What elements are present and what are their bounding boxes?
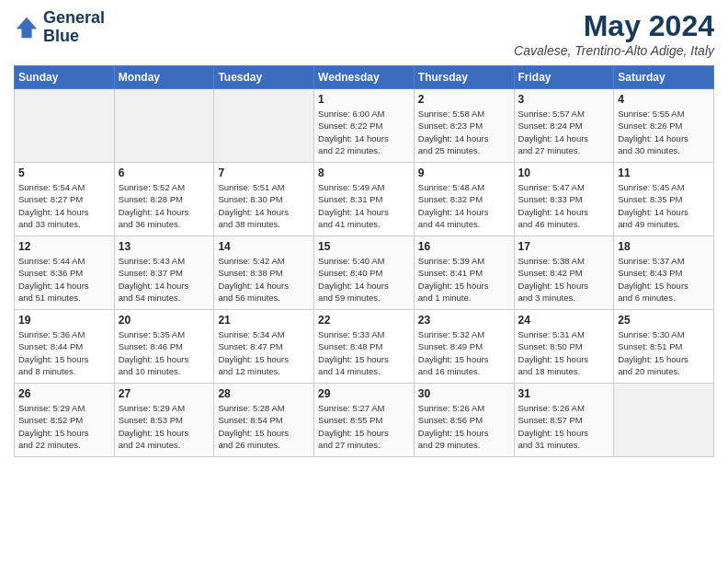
calendar-cell: 25Sunrise: 5:30 AM Sunset: 8:51 PM Dayli… xyxy=(614,310,714,384)
day-info: Sunrise: 5:29 AM Sunset: 8:52 PM Dayligh… xyxy=(18,402,110,451)
calendar-cell: 27Sunrise: 5:29 AM Sunset: 8:53 PM Dayli… xyxy=(114,384,214,457)
calendar-cell: 16Sunrise: 5:39 AM Sunset: 8:41 PM Dayli… xyxy=(414,236,514,310)
day-info: Sunrise: 5:44 AM Sunset: 8:36 PM Dayligh… xyxy=(18,255,110,304)
calendar-cell: 6Sunrise: 5:52 AM Sunset: 8:28 PM Daylig… xyxy=(114,163,214,236)
day-number: 31 xyxy=(518,387,610,400)
calendar-cell: 3Sunrise: 5:57 AM Sunset: 8:24 PM Daylig… xyxy=(514,89,614,163)
title-block: May 2024 Cavalese, Trentino-Alto Adige, … xyxy=(514,9,714,58)
day-number: 30 xyxy=(418,387,510,400)
calendar-cell xyxy=(214,89,314,163)
day-info: Sunrise: 5:34 AM Sunset: 8:47 PM Dayligh… xyxy=(218,328,310,377)
logo-icon xyxy=(14,15,40,40)
day-number: 28 xyxy=(218,387,310,400)
day-info: Sunrise: 6:00 AM Sunset: 8:22 PM Dayligh… xyxy=(318,108,410,156)
day-number: 11 xyxy=(618,167,710,179)
day-number: 25 xyxy=(618,314,710,327)
day-header-monday: Monday xyxy=(114,66,214,89)
calendar-body: 1Sunrise: 6:00 AM Sunset: 8:22 PM Daylig… xyxy=(15,89,714,457)
day-number: 2 xyxy=(418,93,510,106)
day-header-wednesday: Wednesday xyxy=(314,66,415,89)
day-number: 21 xyxy=(218,314,310,327)
day-info: Sunrise: 5:48 AM Sunset: 8:32 PM Dayligh… xyxy=(418,181,510,230)
day-number: 13 xyxy=(119,240,210,253)
day-info: Sunrise: 5:36 AM Sunset: 8:44 PM Dayligh… xyxy=(18,328,110,377)
calendar-cell: 7Sunrise: 5:51 AM Sunset: 8:30 PM Daylig… xyxy=(214,163,314,236)
day-info: Sunrise: 5:49 AM Sunset: 8:31 PM Dayligh… xyxy=(318,181,410,230)
location: Cavalese, Trentino-Alto Adige, Italy xyxy=(514,43,714,58)
day-info: Sunrise: 5:40 AM Sunset: 8:40 PM Dayligh… xyxy=(318,255,410,304)
day-header-saturday: Saturday xyxy=(614,66,714,89)
day-number: 29 xyxy=(318,387,410,400)
logo-text: General Blue xyxy=(43,9,105,46)
calendar-cell: 23Sunrise: 5:32 AM Sunset: 8:49 PM Dayli… xyxy=(414,310,514,384)
calendar-cell: 28Sunrise: 5:28 AM Sunset: 8:54 PM Dayli… xyxy=(214,384,314,457)
day-info: Sunrise: 5:35 AM Sunset: 8:46 PM Dayligh… xyxy=(119,328,210,377)
day-number: 7 xyxy=(218,167,310,179)
day-number: 17 xyxy=(518,240,610,253)
calendar-cell: 24Sunrise: 5:31 AM Sunset: 8:50 PM Dayli… xyxy=(514,310,614,384)
svg-marker-0 xyxy=(17,17,37,38)
day-number: 8 xyxy=(318,167,410,179)
calendar-cell: 26Sunrise: 5:29 AM Sunset: 8:52 PM Dayli… xyxy=(15,384,115,457)
day-number: 19 xyxy=(18,314,110,327)
calendar-cell: 31Sunrise: 5:26 AM Sunset: 8:57 PM Dayli… xyxy=(514,384,614,457)
calendar-cell: 11Sunrise: 5:45 AM Sunset: 8:35 PM Dayli… xyxy=(614,163,714,236)
day-info: Sunrise: 5:37 AM Sunset: 8:43 PM Dayligh… xyxy=(618,255,710,304)
week-row-2: 5Sunrise: 5:54 AM Sunset: 8:27 PM Daylig… xyxy=(15,163,714,236)
day-number: 27 xyxy=(119,387,210,400)
day-number: 3 xyxy=(518,93,610,106)
day-number: 16 xyxy=(418,240,510,253)
day-info: Sunrise: 5:54 AM Sunset: 8:27 PM Dayligh… xyxy=(18,181,110,230)
calendar-header-row: SundayMondayTuesdayWednesdayThursdayFrid… xyxy=(15,66,714,89)
calendar-cell: 1Sunrise: 6:00 AM Sunset: 8:22 PM Daylig… xyxy=(314,89,415,163)
day-info: Sunrise: 5:58 AM Sunset: 8:23 PM Dayligh… xyxy=(418,108,510,156)
week-row-1: 1Sunrise: 6:00 AM Sunset: 8:22 PM Daylig… xyxy=(15,89,714,163)
calendar-cell: 8Sunrise: 5:49 AM Sunset: 8:31 PM Daylig… xyxy=(314,163,415,236)
day-number: 18 xyxy=(618,240,710,253)
calendar-cell xyxy=(614,384,714,457)
day-info: Sunrise: 5:32 AM Sunset: 8:49 PM Dayligh… xyxy=(418,328,510,377)
day-info: Sunrise: 5:39 AM Sunset: 8:41 PM Dayligh… xyxy=(418,255,510,304)
day-number: 26 xyxy=(18,387,110,400)
day-info: Sunrise: 5:27 AM Sunset: 8:55 PM Dayligh… xyxy=(318,402,410,451)
day-info: Sunrise: 5:30 AM Sunset: 8:51 PM Dayligh… xyxy=(618,328,710,377)
day-header-friday: Friday xyxy=(514,66,614,89)
calendar-cell: 13Sunrise: 5:43 AM Sunset: 8:37 PM Dayli… xyxy=(114,236,214,310)
day-info: Sunrise: 5:42 AM Sunset: 8:38 PM Dayligh… xyxy=(218,255,310,304)
calendar-table: SundayMondayTuesdayWednesdayThursdayFrid… xyxy=(14,65,714,457)
calendar-cell: 17Sunrise: 5:38 AM Sunset: 8:42 PM Dayli… xyxy=(514,236,614,310)
calendar-cell: 14Sunrise: 5:42 AM Sunset: 8:38 PM Dayli… xyxy=(214,236,314,310)
week-row-4: 19Sunrise: 5:36 AM Sunset: 8:44 PM Dayli… xyxy=(15,310,714,384)
calendar-cell: 30Sunrise: 5:26 AM Sunset: 8:56 PM Dayli… xyxy=(414,384,514,457)
day-number: 10 xyxy=(518,167,610,179)
day-number: 23 xyxy=(418,314,510,327)
calendar-cell: 29Sunrise: 5:27 AM Sunset: 8:55 PM Dayli… xyxy=(314,384,415,457)
day-number: 15 xyxy=(318,240,410,253)
calendar-cell: 20Sunrise: 5:35 AM Sunset: 8:46 PM Dayli… xyxy=(114,310,214,384)
calendar-cell: 19Sunrise: 5:36 AM Sunset: 8:44 PM Dayli… xyxy=(15,310,115,384)
calendar-cell: 9Sunrise: 5:48 AM Sunset: 8:32 PM Daylig… xyxy=(414,163,514,236)
day-number: 4 xyxy=(618,93,710,106)
day-info: Sunrise: 5:26 AM Sunset: 8:57 PM Dayligh… xyxy=(518,402,610,451)
day-number: 24 xyxy=(518,314,610,327)
day-number: 5 xyxy=(18,167,110,179)
day-info: Sunrise: 5:29 AM Sunset: 8:53 PM Dayligh… xyxy=(119,402,210,451)
week-row-5: 26Sunrise: 5:29 AM Sunset: 8:52 PM Dayli… xyxy=(15,384,714,457)
logo: General Blue xyxy=(14,9,105,46)
day-info: Sunrise: 5:31 AM Sunset: 8:50 PM Dayligh… xyxy=(518,328,610,377)
calendar-cell: 2Sunrise: 5:58 AM Sunset: 8:23 PM Daylig… xyxy=(414,89,514,163)
calendar-cell: 5Sunrise: 5:54 AM Sunset: 8:27 PM Daylig… xyxy=(15,163,115,236)
day-info: Sunrise: 5:55 AM Sunset: 8:26 PM Dayligh… xyxy=(618,108,710,156)
day-number: 12 xyxy=(18,240,110,253)
day-number: 22 xyxy=(318,314,410,327)
day-number: 9 xyxy=(418,167,510,179)
calendar-cell: 18Sunrise: 5:37 AM Sunset: 8:43 PM Dayli… xyxy=(614,236,714,310)
page-header: General Blue May 2024 Cavalese, Trentino… xyxy=(14,9,714,58)
day-number: 1 xyxy=(318,93,410,106)
day-number: 14 xyxy=(218,240,310,253)
day-info: Sunrise: 5:52 AM Sunset: 8:28 PM Dayligh… xyxy=(119,181,210,230)
week-row-3: 12Sunrise: 5:44 AM Sunset: 8:36 PM Dayli… xyxy=(15,236,714,310)
day-info: Sunrise: 5:51 AM Sunset: 8:30 PM Dayligh… xyxy=(218,181,310,230)
day-info: Sunrise: 5:47 AM Sunset: 8:33 PM Dayligh… xyxy=(518,181,610,230)
calendar-cell: 10Sunrise: 5:47 AM Sunset: 8:33 PM Dayli… xyxy=(514,163,614,236)
